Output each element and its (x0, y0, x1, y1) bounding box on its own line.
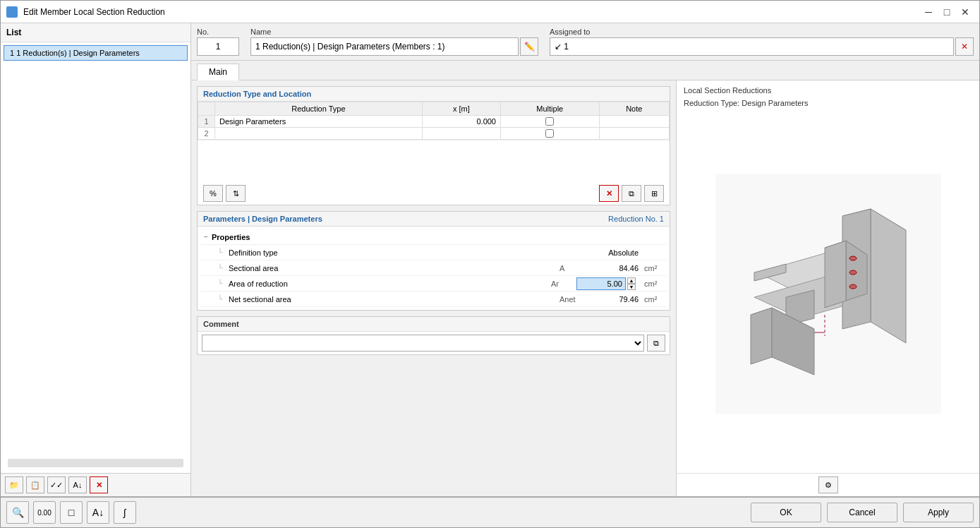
table-row: 2 (198, 128, 670, 140)
app-icon (6, 6, 18, 18)
spin-up-button[interactable]: ▲ (627, 277, 636, 284)
column-right (871, 209, 906, 343)
toolbar-left: % ⇅ (203, 185, 246, 202)
name-edit-button[interactable]: ✏️ (520, 37, 538, 56)
tab-main[interactable]: Main (197, 64, 239, 80)
row-2-multiple[interactable] (500, 128, 599, 140)
bolt-2 (849, 270, 857, 275)
delete-list-button[interactable]: ✕ (90, 476, 108, 493)
properties-label: Properties (212, 233, 250, 241)
prop-row-sectional: └ Sectional area A 84.46 cm² (200, 260, 667, 276)
row-1-multiple[interactable] (500, 116, 599, 128)
preview-settings-button[interactable]: ⚙ (818, 476, 838, 493)
comment-body: ⧉ (198, 332, 670, 354)
row-2-note[interactable] (599, 128, 669, 140)
list-area: 1 1 Reduction(s) | Design Parameters (1, 42, 190, 453)
table-empty-area (198, 140, 670, 182)
tool-zero-button[interactable]: 0.00 (33, 501, 56, 524)
row-2-checkbox[interactable] (545, 129, 554, 138)
prop-sectional-symbol: A (557, 264, 585, 272)
reduction-section-title: Reduction Type and Location (198, 87, 670, 102)
area-reduction-spinner: ▲ ▼ (627, 277, 636, 290)
check-all-button[interactable]: ✓✓ (47, 476, 66, 493)
table-row: 1 Design Parameters 0.000 (198, 116, 670, 128)
prop-reduction-symbol: Ar (548, 280, 576, 288)
right-panel: No. Name ✏️ Assigned to (191, 23, 979, 496)
parameters-body: − Properties └ Definition type (198, 227, 670, 310)
reduction-table: Reduction Type x [m] Multiple Note 1 (198, 102, 670, 140)
tool-integrate-button[interactable]: ∫ (114, 501, 136, 524)
paste-row-button[interactable]: ⊞ (644, 185, 664, 202)
comment-header: Comment (198, 317, 670, 332)
row-2-x[interactable] (422, 128, 500, 140)
col-x: x [m] (422, 102, 500, 116)
no-field-group: No. (197, 28, 239, 56)
copy-row-button[interactable]: ⧉ (622, 185, 641, 202)
row-1-num: 1 (198, 116, 215, 128)
list-item[interactable]: 1 1 Reduction(s) | Design Parameters (4, 45, 188, 61)
prop-definition-name: Definition type (226, 248, 557, 257)
percent-button[interactable]: % (203, 185, 223, 202)
sort-button[interactable]: A↓ (68, 476, 87, 493)
comment-section: Comment ⧉ (197, 316, 670, 355)
bolt-1 (849, 256, 857, 260)
tool-sort-button[interactable]: A↓ (87, 501, 109, 524)
assigned-input[interactable] (550, 37, 954, 56)
cancel-button[interactable]: Cancel (827, 503, 897, 522)
center-panel: Reduction Type and Location Reduction Ty… (191, 80, 676, 496)
row-2-type[interactable] (215, 128, 423, 140)
properties-group-row: − Properties (200, 229, 667, 245)
col-note: Note (599, 102, 669, 116)
conn-plate-left (825, 241, 846, 308)
sort-table-button[interactable]: ⇅ (226, 185, 246, 202)
maximize-button[interactable]: □ (938, 4, 955, 20)
comment-copy-button[interactable]: ⧉ (647, 335, 665, 352)
tool-search-button[interactable]: 🔍 (6, 501, 29, 524)
prop-row-net: └ Net sectional area Anet 79.46 cm² (200, 292, 667, 307)
close-button[interactable]: ✕ (957, 4, 974, 20)
list-header: List (1, 23, 190, 42)
name-label: Name (250, 28, 538, 36)
prop-net-name: Net sectional area (226, 295, 557, 304)
add-button[interactable]: 📁 (5, 476, 23, 493)
row-1-checkbox[interactable] (545, 117, 554, 126)
no-label: No. (197, 28, 239, 36)
name-input[interactable] (250, 37, 519, 56)
preview-panel: Local Section Reductions Reduction Type:… (676, 80, 979, 496)
middle-area: Reduction Type and Location Reduction Ty… (191, 80, 979, 496)
preview-svg: A net (715, 174, 941, 414)
assigned-select-button[interactable]: ✕ (955, 37, 974, 56)
properties-toggle[interactable]: − (200, 233, 212, 241)
table-toolbar: % ⇅ ✕ ⧉ (198, 182, 670, 205)
prop-net-value: 79.46 (585, 295, 641, 304)
area-reduction-input[interactable] (576, 277, 626, 290)
preview-line2: Reduction Type: Design Parameters (684, 97, 972, 110)
name-input-group: ✏️ (250, 37, 538, 56)
delete-row-button[interactable]: ✕ (599, 185, 619, 202)
no-input[interactable] (197, 37, 239, 56)
main-content: List 1 1 Reduction(s) | Design Parameter… (1, 23, 979, 496)
parameters-header: Parameters | Design Parameters Reduction… (198, 212, 670, 227)
prop-net-unit: cm² (641, 295, 667, 304)
row-1-x[interactable]: 0.000 (422, 116, 500, 128)
apply-button[interactable]: Apply (903, 503, 974, 522)
row-1-note[interactable] (599, 116, 669, 128)
prop-definition-value: Absolute (585, 248, 641, 257)
minimize-button[interactable]: ─ (920, 4, 937, 20)
duplicate-button[interactable]: 📋 (26, 476, 44, 493)
spin-down-button[interactable]: ▼ (627, 284, 636, 290)
dialog-buttons: OK Cancel Apply (751, 503, 974, 522)
parameters-section: Parameters | Design Parameters Reduction… (197, 211, 670, 311)
col-num (198, 102, 215, 116)
horizontal-scrollbar[interactable] (8, 459, 183, 467)
col-multiple: Multiple (500, 102, 599, 116)
tool-view-button[interactable]: □ (60, 501, 83, 524)
row-1-type[interactable]: Design Parameters (215, 116, 423, 128)
ok-button[interactable]: OK (751, 503, 821, 522)
window-title: Edit Member Local Section Reduction (23, 7, 914, 17)
top-fields: No. Name ✏️ Assigned to (191, 23, 979, 61)
left-panel-footer: 📁 📋 ✓✓ A↓ ✕ (1, 473, 190, 496)
prop-row-reduction: └ Area of reduction Ar ▲ ▼ (200, 276, 667, 292)
comment-dropdown[interactable] (202, 335, 644, 352)
bottom-bar: 🔍 0.00 □ A↓ ∫ OK Cancel Apply (1, 496, 979, 527)
